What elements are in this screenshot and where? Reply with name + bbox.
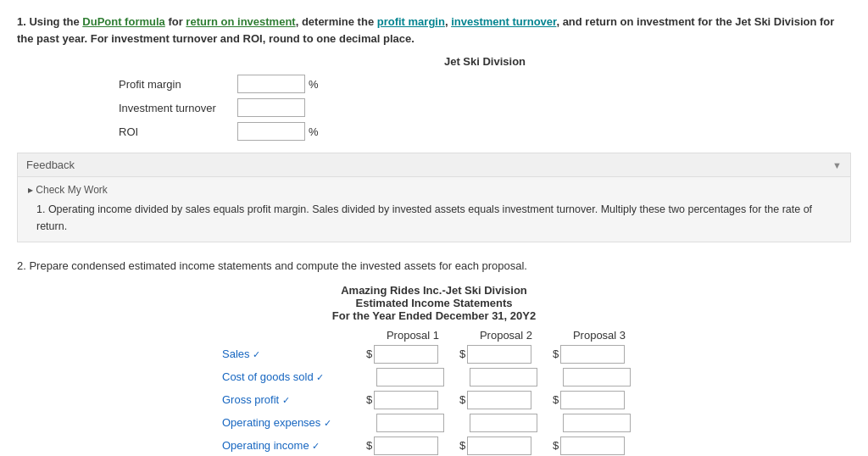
dollar-sign-gp2: $ bbox=[459, 393, 465, 406]
opex-input-3[interactable] bbox=[563, 414, 631, 432]
feedback-label: Feedback bbox=[26, 158, 75, 171]
it-link[interactable]: investment turnover bbox=[451, 15, 556, 28]
cogs-input-2[interactable] bbox=[470, 368, 537, 386]
dollar-sign-gp1: $ bbox=[366, 393, 372, 406]
dollar-sign-oi1: $ bbox=[366, 439, 372, 452]
operating-expenses-label: Operating expenses ✓ bbox=[222, 416, 366, 429]
gross-profit-link[interactable]: Gross profit bbox=[222, 393, 279, 406]
investment-turnover-row: Investment turnover bbox=[119, 98, 851, 117]
investment-turnover-input[interactable] bbox=[237, 98, 305, 117]
part1-table: Jet Ski Division Profit margin % Investm… bbox=[119, 55, 851, 141]
roi-link[interactable]: return on investment bbox=[186, 15, 295, 28]
col-header-proposal2: Proposal 2 bbox=[459, 329, 553, 342]
gross-profit-input-2[interactable] bbox=[467, 391, 531, 409]
sales-cell-3: $ bbox=[553, 345, 646, 364]
dupont-link[interactable]: DuPont formula bbox=[82, 15, 165, 28]
profit-margin-row: Profit margin % bbox=[119, 75, 851, 93]
part2-question: 2. Prepare condensed estimated income st… bbox=[17, 258, 851, 275]
part1-text-mid2: , determine the bbox=[296, 15, 377, 28]
part2-block: 2. Prepare condensed estimated income st… bbox=[17, 258, 851, 456]
cogs-cell-2 bbox=[459, 368, 553, 386]
operating-expenses-row: Operating expenses ✓ bbox=[222, 414, 646, 432]
gross-profit-check: ✓ bbox=[282, 395, 290, 405]
check-work-label: Check My Work bbox=[28, 184, 840, 196]
opinc-input-2[interactable] bbox=[467, 437, 531, 455]
part2-header: Amazing Rides Inc.-Jet Ski Division Esti… bbox=[17, 284, 851, 322]
operating-income-check: ✓ bbox=[312, 441, 320, 451]
cogs-input-3[interactable] bbox=[563, 368, 631, 386]
cogs-cell-1 bbox=[366, 368, 459, 386]
sales-input-3[interactable] bbox=[560, 345, 625, 364]
sales-input-2[interactable] bbox=[467, 345, 531, 364]
opinc-cell-3: $ bbox=[553, 437, 646, 455]
dollar-sign-gp3: $ bbox=[553, 393, 559, 406]
opinc-input-1[interactable] bbox=[374, 437, 438, 455]
income-statement-subtitle: Estimated Income Statements bbox=[17, 297, 851, 309]
gross-profit-label: Gross profit ✓ bbox=[222, 393, 366, 406]
pm-link[interactable]: profit margin bbox=[377, 15, 445, 28]
cogs-cell-3 bbox=[553, 368, 646, 386]
sales-cell-1: $ bbox=[366, 345, 459, 364]
part1-number: 1. Using the bbox=[17, 15, 82, 28]
dollar-sign-s2: $ bbox=[459, 348, 465, 360]
opinc-input-3[interactable] bbox=[560, 437, 625, 455]
feedback-triangle-icon[interactable]: ▼ bbox=[832, 160, 842, 170]
opex-cell-3 bbox=[553, 414, 646, 432]
cogs-label: Cost of goods sold ✓ bbox=[222, 370, 366, 383]
gross-profit-row: Gross profit ✓ $ $ $ bbox=[222, 391, 646, 409]
cogs-check: ✓ bbox=[316, 372, 324, 382]
roi-row: ROI % bbox=[119, 122, 851, 141]
sales-row: Sales ✓ $ $ $ bbox=[222, 345, 646, 364]
roi-label: ROI bbox=[119, 125, 237, 138]
feedback-body: Check My Work 1. Operating income divide… bbox=[18, 177, 850, 242]
sales-cell-2: $ bbox=[459, 345, 553, 364]
feedback-text: 1. Operating income divided by sales equ… bbox=[28, 201, 840, 235]
cogs-row: Cost of goods sold ✓ bbox=[222, 368, 646, 386]
profit-margin-label: Profit margin bbox=[119, 78, 237, 91]
sales-input-1[interactable] bbox=[374, 345, 438, 364]
opex-cell-1 bbox=[366, 414, 459, 432]
company-name: Amazing Rides Inc.-Jet Ski Division bbox=[17, 284, 851, 297]
gross-profit-cell-3: $ bbox=[553, 391, 646, 409]
investment-turnover-label: Investment turnover bbox=[119, 102, 237, 114]
part1-block: 1. Using the DuPont formula for return o… bbox=[17, 14, 851, 242]
income-table: Proposal 1 Proposal 2 Proposal 3 Sales ✓… bbox=[222, 329, 646, 456]
opex-input-2[interactable] bbox=[470, 414, 537, 432]
opinc-cell-1: $ bbox=[366, 437, 459, 455]
dollar-sign-s3: $ bbox=[553, 348, 559, 360]
profit-margin-unit: % bbox=[309, 78, 319, 91]
roi-input[interactable] bbox=[237, 122, 305, 141]
roi-unit: % bbox=[309, 125, 319, 138]
profit-margin-input[interactable] bbox=[237, 75, 305, 93]
opex-cell-2 bbox=[459, 414, 553, 432]
sales-check: ✓ bbox=[253, 349, 260, 359]
gross-profit-cell-1: $ bbox=[366, 391, 459, 409]
col-header-proposal1: Proposal 1 bbox=[366, 329, 459, 342]
operating-expenses-check: ✓ bbox=[324, 418, 331, 428]
sales-label: Sales ✓ bbox=[222, 348, 366, 360]
sales-link[interactable]: Sales bbox=[222, 348, 250, 360]
operating-expenses-link[interactable]: Operating expenses bbox=[222, 416, 320, 429]
operating-income-row: Operating income ✓ $ $ $ bbox=[222, 437, 646, 455]
gross-profit-input-1[interactable] bbox=[374, 391, 438, 409]
col-header-proposal3: Proposal 3 bbox=[553, 329, 646, 342]
date-line: For the Year Ended December 31, 20Y2 bbox=[17, 309, 851, 322]
cogs-link[interactable]: Cost of goods sold bbox=[222, 370, 314, 383]
gross-profit-cell-2: $ bbox=[459, 391, 553, 409]
division-title: Jet Ski Division bbox=[119, 55, 851, 68]
part1-question: 1. Using the DuPont formula for return o… bbox=[17, 14, 851, 47]
dollar-sign-s1: $ bbox=[366, 348, 372, 360]
dollar-sign-oi3: $ bbox=[553, 439, 559, 452]
feedback-header: Feedback ▼ bbox=[18, 153, 850, 177]
operating-income-link[interactable]: Operating income bbox=[222, 439, 309, 452]
opex-input-1[interactable] bbox=[376, 414, 444, 432]
part1-text-mid1: for bbox=[165, 15, 186, 28]
operating-income-label: Operating income ✓ bbox=[222, 439, 366, 452]
cogs-input-1[interactable] bbox=[376, 368, 444, 386]
gross-profit-input-3[interactable] bbox=[560, 391, 625, 409]
dollar-sign-oi2: $ bbox=[459, 439, 465, 452]
column-headers: Proposal 1 Proposal 2 Proposal 3 bbox=[222, 329, 646, 342]
feedback-box: Feedback ▼ Check My Work 1. Operating in… bbox=[17, 153, 851, 242]
opinc-cell-2: $ bbox=[459, 437, 553, 455]
